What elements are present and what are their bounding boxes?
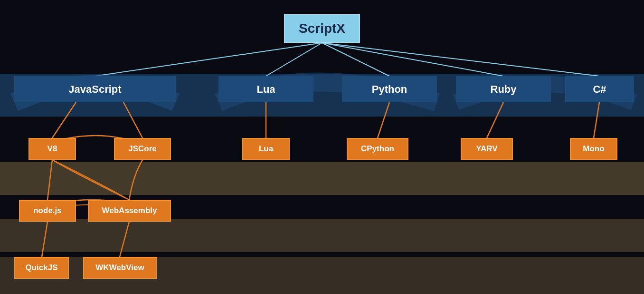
diagram-canvas: ScriptX JavaScript Lua Python Ruby C# V8…	[0, 0, 644, 294]
root-label: ScriptX	[299, 21, 345, 36]
jscore-label: JSCore	[128, 144, 157, 154]
engine-yarv: YARV	[461, 138, 513, 160]
background-band-2	[0, 162, 644, 195]
svg-line-3	[322, 43, 503, 76]
lang-python: Python	[342, 76, 437, 102]
lua-engine-label: Lua	[259, 144, 273, 154]
lua-label: Lua	[256, 83, 275, 96]
engine-jscore: JSCore	[114, 138, 171, 160]
svg-line-0	[95, 43, 322, 76]
lang-csharp: C#	[565, 76, 634, 102]
lang-javascript: JavaScript	[14, 76, 176, 102]
python-label: Python	[372, 83, 407, 96]
nodejs-label: node.js	[33, 206, 62, 216]
v8-label: V8	[47, 144, 57, 154]
engine-v8: V8	[28, 138, 76, 160]
engine-webassembly: WebAssembly	[88, 200, 171, 222]
svg-line-2	[322, 43, 389, 76]
background-band-3	[0, 219, 644, 252]
csharp-label: C#	[593, 83, 606, 96]
svg-line-1	[266, 43, 322, 76]
engine-wkwebview: WKWebView	[83, 257, 157, 279]
webassembly-label: WebAssembly	[102, 206, 157, 216]
engine-lua: Lua	[242, 138, 290, 160]
quickjs-label: QuickJS	[25, 263, 57, 273]
lang-lua: Lua	[218, 76, 313, 102]
engine-quickjs: QuickJS	[14, 257, 69, 279]
javascript-label: JavaScript	[68, 83, 121, 96]
engine-nodejs: node.js	[19, 200, 76, 222]
engine-mono: Mono	[570, 138, 617, 160]
mono-label: Mono	[583, 144, 604, 154]
yarv-label: YARV	[476, 144, 497, 154]
svg-line-4	[322, 43, 599, 76]
ruby-label: Ruby	[491, 83, 517, 96]
cpython-label: CPython	[361, 144, 394, 154]
root-node: ScriptX	[284, 14, 360, 43]
wkwebview-label: WKWebView	[95, 263, 144, 273]
engine-cpython: CPython	[347, 138, 408, 160]
lang-ruby: Ruby	[456, 76, 551, 102]
